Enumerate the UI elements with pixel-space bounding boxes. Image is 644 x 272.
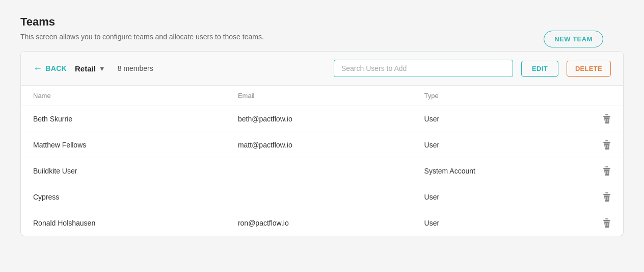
team-card: ← BACK Retail ▼ 8 members EDIT DELETE Na… [20,51,624,236]
members-table: Name Email Type Beth Skurriebeth@pactflo… [21,86,623,236]
team-name: Retail [75,64,96,73]
table-row: Matthew Fellowsmatt@pactflow.ioUser [21,132,623,158]
col-type: Type [412,86,591,106]
cell-email: matt@pactflow.io [226,132,412,158]
svg-rect-4 [605,140,608,141]
cell-action [591,132,623,158]
page-description: This screen allows you to configure team… [20,33,624,41]
cell-action [591,158,623,184]
svg-rect-8 [605,166,608,167]
table-row: Buildkite UserSystem Account [21,158,623,184]
cell-email: beth@pactflow.io [226,106,412,132]
delete-row-button[interactable] [603,192,611,202]
new-team-button[interactable]: NEW TEAM [544,31,603,47]
edit-button[interactable]: EDIT [521,61,558,77]
col-email: Email [226,86,412,106]
delete-row-button[interactable] [603,114,611,123]
svg-rect-9 [603,168,610,169]
page-title: Teams [20,15,624,29]
col-name: Name [21,86,226,106]
cell-name: Beth Skurrie [21,106,226,132]
trash-icon [603,140,611,150]
col-actions [591,86,623,106]
svg-rect-13 [603,194,610,195]
trash-icon [603,218,611,228]
cell-action [591,106,623,132]
trash-icon [603,114,611,123]
table-row: CypressUser [21,184,623,210]
svg-rect-0 [605,114,608,115]
table-row: Beth Skurriebeth@pactflow.ioUser [21,106,623,132]
delete-row-button[interactable] [603,140,611,150]
cell-email [226,158,412,184]
cell-type: User [412,184,591,210]
back-arrow-icon: ← [33,64,42,73]
table-row: Ronald Holshausenron@pactflow.ioUser [21,210,623,236]
team-name-container: Retail ▼ [75,64,105,73]
table-header-row: Name Email Type [21,86,623,106]
card-header: ← BACK Retail ▼ 8 members EDIT DELETE [21,52,623,86]
cell-name: Ronald Holshausen [21,210,226,236]
cell-name: Matthew Fellows [21,132,226,158]
cell-name: Buildkite User [21,158,226,184]
cell-name: Cypress [21,184,226,210]
trash-icon [603,166,611,176]
back-button[interactable]: ← BACK [33,64,67,73]
members-count: 8 members [118,64,153,72]
svg-rect-12 [605,192,608,193]
delete-row-button[interactable] [603,166,611,176]
cell-type: System Account [412,158,591,184]
cell-email: ron@pactflow.io [226,210,412,236]
cell-type: User [412,132,591,158]
search-users-input[interactable] [334,60,513,77]
cell-type: User [412,210,591,236]
cell-action [591,184,623,210]
back-label: BACK [45,64,67,72]
cell-email [226,184,412,210]
cell-type: User [412,106,591,132]
chevron-down-icon[interactable]: ▼ [99,65,105,72]
svg-rect-16 [605,218,608,219]
trash-icon [603,192,611,202]
svg-rect-17 [603,220,610,221]
delete-button[interactable]: DELETE [567,61,611,77]
delete-row-button[interactable] [603,218,611,228]
cell-action [591,210,623,236]
svg-rect-1 [603,116,610,117]
svg-rect-5 [603,142,610,143]
